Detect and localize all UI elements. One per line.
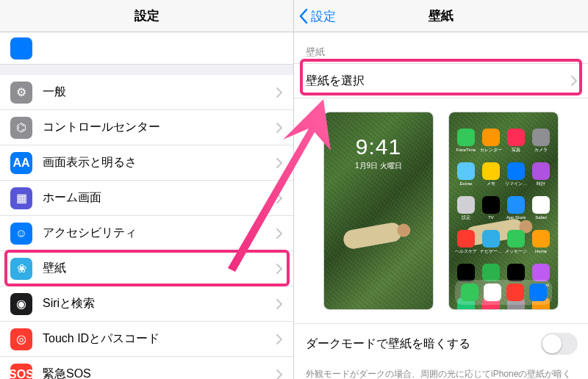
lock-clock: 9:41 1月9日 火曜日 xyxy=(324,134,433,171)
home-app: TV xyxy=(480,196,502,225)
app-label: メモ xyxy=(487,181,495,186)
partial-row-icon xyxy=(10,37,32,59)
home-app: ヘルスケア xyxy=(455,230,477,259)
chevron-right-icon xyxy=(276,263,283,275)
home-app: FaceTime xyxy=(455,129,477,158)
choose-wallpaper-row[interactable]: 壁紙を選択 xyxy=(294,63,588,98)
app-icon xyxy=(457,129,475,146)
settings-row-switches[interactable]: ⌬コントロールセンター xyxy=(0,110,293,145)
left-title: 設定 xyxy=(135,7,159,24)
app-icon xyxy=(532,230,550,248)
wallpaper-icon: ❀ xyxy=(10,258,32,280)
app-label: 写真 xyxy=(512,148,520,152)
home-app: メッセージ xyxy=(505,230,527,259)
app-icon xyxy=(457,162,475,180)
choose-wallpaper-label: 壁紙を選択 xyxy=(306,73,570,89)
app-icon xyxy=(457,230,475,248)
row-label: Siriと検索 xyxy=(43,296,276,311)
chevron-right-icon xyxy=(276,157,283,169)
dock-app-icon xyxy=(461,284,478,301)
app-label: 設定 xyxy=(462,215,470,220)
app-label: ナビゲーション xyxy=(480,249,502,253)
home-app: Safari xyxy=(530,196,552,225)
home-app: 写真 xyxy=(505,129,527,158)
lock-date-text: 1月9日 火曜日 xyxy=(324,161,433,171)
home-app: リマインダー xyxy=(505,162,527,192)
row-label: 一般 xyxy=(43,84,276,100)
settings-row-sos[interactable]: SOS緊急SOS xyxy=(0,357,293,379)
home-app: App Store xyxy=(505,196,527,225)
app-icon xyxy=(507,230,525,248)
app-icon xyxy=(482,129,500,146)
app-icon xyxy=(482,230,500,248)
dark-mode-row: ダークモードで壁紙を暗くする xyxy=(294,323,588,364)
home-dock xyxy=(455,280,552,305)
app-label: 時計 xyxy=(537,181,545,186)
home-app: カレンダー xyxy=(480,129,502,158)
home-screen-preview[interactable]: FaceTimeカレンダー写真カメラExtrasメモリマインダー時計設定TVAp… xyxy=(448,112,559,310)
row-label: アクセシビリティ xyxy=(43,225,276,241)
settings-row-siri[interactable]: ◉Siriと検索 xyxy=(0,286,293,322)
dock-app-icon xyxy=(506,284,524,301)
settings-list: ⚙一般⌬コントロールセンターAA画面表示と明るさ▦ホーム画面☺アクセシビリティ❀… xyxy=(0,75,293,379)
dark-mode-label: ダークモードで壁紙を暗くする xyxy=(306,336,541,352)
settings-row-touch-id[interactable]: ◎Touch IDとパスコード xyxy=(0,322,293,357)
app-icon xyxy=(482,162,500,180)
dock-app-icon xyxy=(529,284,547,301)
lock-time-text: 9:41 xyxy=(324,134,433,159)
app-icon xyxy=(507,264,525,281)
partial-row-top[interactable] xyxy=(0,32,293,65)
settings-left-pane: 設定 ⚙一般⌬コントロールセンターAA画面表示と明るさ▦ホーム画面☺アクセシビリ… xyxy=(0,0,294,379)
chevron-right-icon xyxy=(276,192,283,204)
row-label: 壁紙 xyxy=(43,261,276,276)
home-grid-icon: ▦ xyxy=(10,187,32,209)
app-icon xyxy=(507,162,525,180)
wallpaper-right-pane: 設定 壁紙 壁紙 壁紙を選択 9:41 1月9日 火曜日 FaceTimeカレン… xyxy=(294,0,588,379)
right-title: 壁紙 xyxy=(429,7,453,24)
touch-id-icon: ◎ xyxy=(10,328,32,350)
app-icon xyxy=(507,196,525,214)
chevron-right-icon xyxy=(276,333,283,345)
settings-row-home-grid[interactable]: ▦ホーム画面 xyxy=(0,181,293,216)
row-label: ホーム画面 xyxy=(43,190,276,206)
settings-row-text-size[interactable]: AA画面表示と明るさ xyxy=(0,145,293,181)
app-icon xyxy=(457,264,475,281)
home-app: 時計 xyxy=(530,162,552,192)
wallpaper-previews: 9:41 1月9日 火曜日 FaceTimeカレンダー写真カメラExtrasメモ… xyxy=(294,98,588,323)
row-label: 緊急SOS xyxy=(43,367,276,379)
section-header-wallpaper: 壁紙 xyxy=(294,32,588,63)
home-app: 設定 xyxy=(455,196,477,225)
right-header: 設定 壁紙 xyxy=(294,0,588,32)
app-icon xyxy=(532,196,550,214)
app-icon xyxy=(532,162,550,180)
settings-row-gear[interactable]: ⚙一般 xyxy=(0,75,293,110)
home-app: Home xyxy=(530,230,552,259)
lock-screen-preview[interactable]: 9:41 1月9日 火曜日 xyxy=(323,112,434,310)
accessibility-icon: ☺ xyxy=(10,223,32,245)
home-app: Extras xyxy=(455,162,477,192)
home-app: ナビゲーション xyxy=(480,230,502,259)
app-label: Home xyxy=(535,249,547,253)
dark-mode-toggle[interactable] xyxy=(541,333,578,355)
chevron-right-icon xyxy=(276,87,283,98)
app-label: ヘルスケア xyxy=(455,249,477,253)
back-button[interactable]: 設定 xyxy=(298,0,336,32)
settings-row-accessibility[interactable]: ☺アクセシビリティ xyxy=(0,216,293,251)
gear-icon: ⚙ xyxy=(10,82,32,104)
chevron-right-icon xyxy=(570,75,578,87)
app-label: TV xyxy=(488,215,494,220)
row-label: 画面表示と明るさ xyxy=(43,155,276,170)
home-app: カメラ xyxy=(530,129,552,158)
home-app: メモ xyxy=(480,162,502,192)
back-label: 設定 xyxy=(311,8,336,25)
chevron-right-icon xyxy=(276,228,283,239)
app-label: FaceTime xyxy=(456,148,476,152)
app-icon xyxy=(457,196,475,214)
app-icon xyxy=(532,264,550,281)
app-icon xyxy=(507,129,525,146)
settings-row-wallpaper[interactable]: ❀壁紙 xyxy=(0,251,293,286)
switches-icon: ⌬ xyxy=(10,117,32,139)
app-label: カレンダー xyxy=(480,148,502,152)
sos-icon: SOS xyxy=(10,364,32,380)
dark-mode-footer: 外観モードがダークの場合、周囲の光に応じてiPhoneの壁紙が暗く xyxy=(294,364,588,379)
